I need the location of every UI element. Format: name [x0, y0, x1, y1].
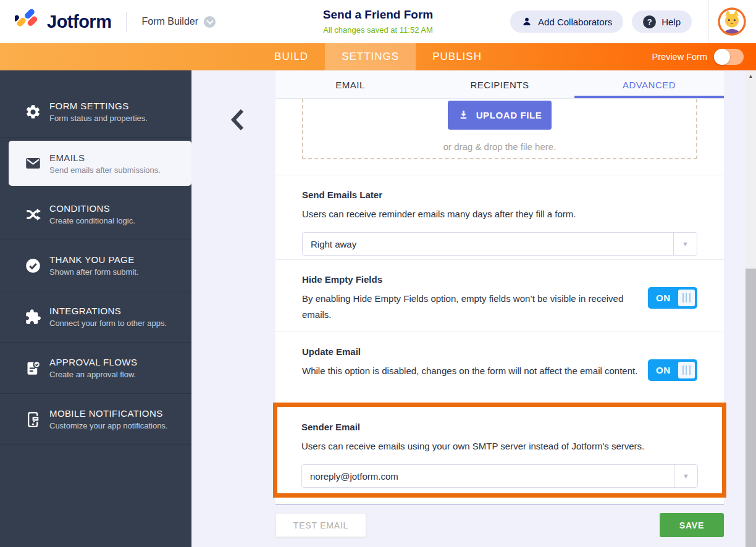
- add-collaborators-label: Add Collaborators: [538, 17, 612, 27]
- nav-tab-settings[interactable]: SETTINGS: [325, 43, 416, 70]
- scrollbar-up-arrow[interactable]: ▲: [746, 71, 756, 81]
- product-label: Form Builder: [141, 16, 198, 27]
- add-collaborators-button[interactable]: Add Collaborators: [510, 10, 623, 33]
- toggle-on-label: ON: [656, 287, 671, 309]
- caret-down-icon: ▼: [682, 240, 689, 248]
- sidebar-item-desc: Connect your form to other apps.: [49, 319, 167, 328]
- help-label: Help: [662, 17, 681, 27]
- email-settings-tabbar: EMAIL RECIPIENTS ADVANCED: [275, 71, 724, 99]
- select-value: Right away: [311, 239, 356, 249]
- form-title-block: Send a Friend Form All changes saved at …: [323, 8, 433, 35]
- user-avatar[interactable]: [717, 7, 747, 36]
- section-description: Users can receive emails using your own …: [301, 438, 698, 454]
- sidebar-item-desc: Create an approval flow.: [49, 370, 137, 379]
- sidebar-item-desc: Create conditional logic.: [49, 216, 135, 225]
- preview-form-toggle[interactable]: [714, 49, 744, 65]
- sidebar-item-desc: Customize your app notifications.: [49, 421, 167, 430]
- sender-email-highlight-frame: Sender Email Users can receive emails us…: [273, 403, 726, 498]
- update-email-section: Update Email While this option is disabl…: [275, 332, 724, 403]
- sidebar-item-desc: Form status and properties.: [49, 114, 148, 123]
- sidebar-item-approval-flows[interactable]: APPROVAL FLOWS Create an approval flow.: [0, 343, 191, 394]
- nav-tab-publish[interactable]: PUBLISH: [416, 43, 498, 70]
- sidebar-item-thank-you-page[interactable]: THANK YOU PAGE Shown after form submit.: [0, 240, 191, 291]
- update-email-toggle[interactable]: ON: [648, 359, 697, 381]
- hide-empty-fields-toggle[interactable]: ON: [648, 287, 697, 309]
- sidebar-item-form-settings[interactable]: FORM SETTINGS Form status and properties…: [0, 86, 191, 138]
- download-arrow-icon: [458, 109, 469, 121]
- person-icon: [521, 16, 532, 27]
- send-emails-later-select[interactable]: Right away ▼: [302, 232, 697, 256]
- sidebar-item-emails[interactable]: EMAILS Send emails after submissions.: [9, 141, 191, 186]
- section-title: Update Email: [302, 346, 697, 357]
- puzzle-icon: [25, 309, 41, 325]
- chevron-down-icon: [204, 16, 216, 28]
- gear-icon: [25, 104, 41, 120]
- section-description: By enabling Hide Empty Fields option, em…: [302, 291, 640, 323]
- scrollbar-thumb[interactable]: [746, 269, 756, 547]
- section-title: Sender Email: [301, 422, 698, 432]
- sidebar-item-label: APPROVAL FLOWS: [49, 357, 137, 367]
- select-value: noreply@jotform.com: [310, 471, 398, 482]
- sidebar-item-desc: Send emails after submissions.: [49, 165, 161, 175]
- check-circle-icon: [25, 257, 41, 274]
- section-description: While this option is disabled, changes o…: [302, 363, 640, 379]
- form-builder-window: Jotform Form Builder Send a Friend Form …: [0, 0, 756, 547]
- sender-email-section: Sender Email Users can receive emails us…: [277, 407, 722, 488]
- upload-file-button[interactable]: UPLOAD FILE: [448, 101, 552, 130]
- upload-file-label: UPLOAD FILE: [476, 110, 542, 120]
- sidebar-item-label: CONDITIONS: [49, 203, 135, 214]
- help-button[interactable]: ? Help: [632, 10, 692, 33]
- sidebar-item-integrations[interactable]: INTEGRATIONS Connect your form to other …: [0, 291, 191, 343]
- select-arrow-cell[interactable]: ▼: [674, 465, 697, 487]
- top-header: Jotform Form Builder Send a Friend Form …: [0, 0, 756, 43]
- sidebar-item-conditions[interactable]: CONDITIONS Create conditional logic.: [0, 189, 191, 240]
- envelope-icon: [25, 155, 41, 172]
- toggle-handle: [678, 290, 695, 306]
- sidebar-item-label: INTEGRATIONS: [49, 306, 167, 316]
- nav-tab-build[interactable]: BUILD: [258, 43, 325, 70]
- dropzone-hint: or drag & drop the file here.: [275, 141, 724, 152]
- toggle-handle: [678, 362, 695, 378]
- section-title: Send Emails Later: [302, 190, 697, 200]
- send-emails-later-section: Send Emails Later Users can receive remi…: [275, 175, 724, 259]
- settings-content: EMAIL RECIPIENTS ADVANCED UPLOAD FILE or…: [191, 70, 746, 547]
- tab-advanced[interactable]: ADVANCED: [574, 71, 724, 98]
- test-email-button[interactable]: TEST EMAIL: [275, 513, 366, 537]
- panel-footer: TEST EMAIL SAVE: [275, 513, 724, 537]
- form-title[interactable]: Send a Friend Form: [323, 8, 433, 22]
- email-header-upload-section: UPLOAD FILE or drag & drop the file here…: [275, 99, 724, 175]
- main-navbar: BUILD SETTINGS PUBLISH Preview Form: [0, 43, 756, 70]
- sidebar-item-label: FORM SETTINGS: [49, 101, 148, 111]
- jotform-logo-icon[interactable]: [15, 9, 41, 35]
- select-arrow-cell[interactable]: ▼: [673, 233, 697, 255]
- preview-form-label: Preview Form: [652, 52, 707, 62]
- tab-recipients[interactable]: RECIPIENTS: [425, 71, 574, 98]
- approval-doc-icon: [25, 360, 41, 377]
- header-divider: [126, 12, 127, 31]
- section-title: Hide Empty Fields: [302, 274, 697, 285]
- autosave-status: All changes saved at 11:52 AM: [323, 25, 433, 35]
- mobile-chat-icon: [25, 411, 41, 428]
- caret-down-icon: ▼: [682, 472, 689, 480]
- vertical-scrollbar[interactable]: ▲: [746, 71, 756, 547]
- tab-email[interactable]: EMAIL: [275, 71, 425, 98]
- advanced-settings-panel: UPLOAD FILE or drag & drop the file here…: [275, 99, 724, 505]
- jotform-logo-text[interactable]: Jotform: [47, 12, 111, 32]
- hide-empty-fields-section: Hide Empty Fields By enabling Hide Empty…: [275, 259, 724, 332]
- sender-email-select[interactable]: noreply@jotform.com ▼: [301, 464, 698, 488]
- save-button[interactable]: SAVE: [660, 513, 724, 537]
- section-description: Users can receive reminder emails many d…: [302, 206, 697, 222]
- sidebar-item-desc: Shown after form submit.: [49, 267, 139, 277]
- toggle-knob: [714, 49, 730, 65]
- header-divider: [708, 0, 709, 43]
- sidebar-item-label: MOBILE NOTIFICATIONS: [49, 408, 167, 419]
- collapse-panel-chevron-left[interactable]: [230, 109, 246, 131]
- product-switcher[interactable]: Form Builder: [141, 16, 216, 28]
- settings-sidebar: FORM SETTINGS Form status and properties…: [0, 70, 191, 547]
- sidebar-item-label: EMAILS: [49, 152, 161, 163]
- toggle-on-label: ON: [656, 359, 671, 381]
- sidebar-item-mobile-notifications[interactable]: MOBILE NOTIFICATIONS Customize your app …: [0, 394, 191, 445]
- sidebar-item-label: THANK YOU PAGE: [49, 254, 139, 265]
- shuffle-icon: [25, 206, 41, 223]
- question-icon: ?: [643, 15, 656, 28]
